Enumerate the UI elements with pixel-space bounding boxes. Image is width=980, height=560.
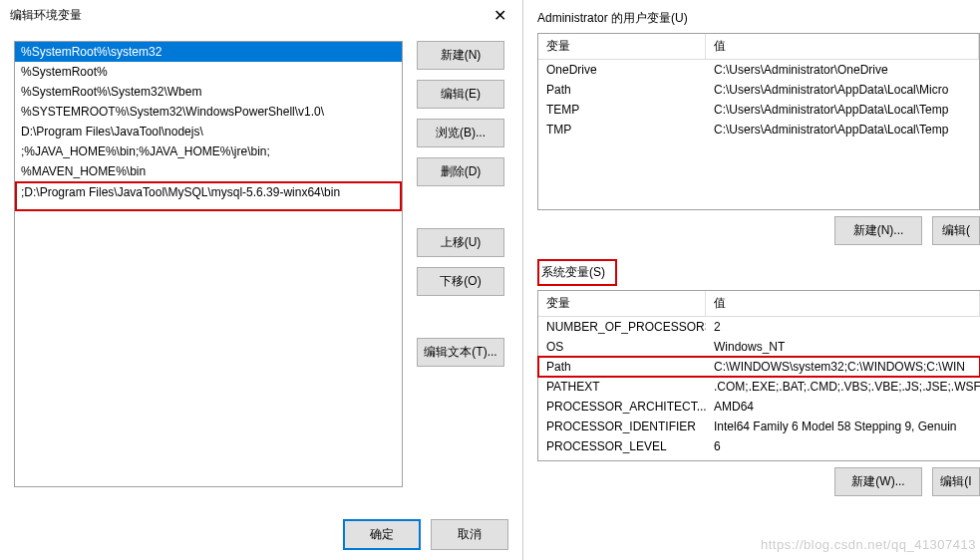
cell-value: C:\Users\Administrator\AppData\Local\Mic… xyxy=(706,80,979,100)
cell-variable: OS xyxy=(538,337,706,357)
cell-variable: PROCESSOR_IDENTIFIER xyxy=(538,417,706,436)
table-row[interactable]: NUMBER_OF_PROCESSORS2 xyxy=(538,317,980,337)
cell-variable: TEMP xyxy=(538,100,706,120)
env-vars-panel: Administrator 的用户变量(U) 变量 值 OneDriveC:\U… xyxy=(523,0,980,560)
button-column: 新建(N) 编辑(E) 浏览(B)... 删除(D) 上移(U) 下移(O) 编… xyxy=(417,41,504,487)
cell-variable: NUMBER_OF_PROCESSORS xyxy=(538,317,706,337)
list-item[interactable]: ;%JAVA_HOME%\bin;%JAVA_HOME%\jre\bin; xyxy=(15,141,402,161)
edit-button[interactable]: 编辑(E) xyxy=(417,80,504,109)
cell-variable: PATHEXT xyxy=(538,377,706,397)
table-row[interactable]: PATHEXT.COM;.EXE;.BAT;.CMD;.VBS;.VBE;.JS… xyxy=(538,377,980,397)
table-row[interactable]: TEMPC:\Users\Administrator\AppData\Local… xyxy=(538,100,979,120)
list-item[interactable]: %SYSTEMROOT%\System32\WindowsPowerShell\… xyxy=(15,102,402,122)
header-variable[interactable]: 变量 xyxy=(538,34,706,59)
dialog-header: 编辑环境变量 ✕ xyxy=(0,0,522,31)
cell-value: 2 xyxy=(706,317,980,337)
sys-button-row: 新建(W)... 编辑(I xyxy=(537,467,980,496)
header-value[interactable]: 值 xyxy=(706,34,979,59)
close-icon[interactable]: ✕ xyxy=(488,6,512,25)
sys-vars-title: 系统变量(S) xyxy=(537,259,617,286)
cell-value: 6 xyxy=(706,436,980,456)
cell-value: C:\WINDOWS\system32;C:\WINDOWS;C:\WIN xyxy=(706,357,980,377)
header-variable[interactable]: 变量 xyxy=(538,291,706,316)
table-header: 变量 值 xyxy=(538,34,979,60)
header-value[interactable]: 值 xyxy=(706,291,980,316)
list-item[interactable]: %SystemRoot% xyxy=(15,62,402,82)
move-up-button[interactable]: 上移(U) xyxy=(417,228,504,257)
table-row[interactable]: TMPC:\Users\Administrator\AppData\Local\… xyxy=(538,120,979,140)
cell-value: C:\Users\Administrator\OneDrive xyxy=(706,60,979,80)
table-header: 变量 值 xyxy=(538,291,980,317)
cell-value: .COM;.EXE;.BAT;.CMD;.VBS;.VBE;.JS;.JSE;.… xyxy=(706,377,980,397)
watermark: https://blog.csdn.net/qq_41307413 xyxy=(761,537,976,552)
list-item[interactable]: D:\Program Files\JavaTool\nodejs\ xyxy=(15,122,402,141)
cell-variable: TMP xyxy=(538,120,706,140)
new-button[interactable]: 新建(N) xyxy=(417,41,504,70)
user-edit-button[interactable]: 编辑( xyxy=(932,216,980,245)
cell-value: C:\Users\Administrator\AppData\Local\Tem… xyxy=(706,100,979,120)
cell-variable: Path xyxy=(538,80,706,100)
delete-button[interactable]: 删除(D) xyxy=(417,157,504,186)
table-row[interactable]: PathC:\WINDOWS\system32;C:\WINDOWS;C:\WI… xyxy=(538,357,980,377)
table-row[interactable]: PathC:\Users\Administrator\AppData\Local… xyxy=(538,80,979,100)
cell-value: Intel64 Family 6 Model 58 Stepping 9, Ge… xyxy=(706,417,980,436)
ok-button[interactable]: 确定 xyxy=(343,519,421,550)
cell-variable: OneDrive xyxy=(538,60,706,80)
list-item[interactable]: %SystemRoot%\System32\Wbem xyxy=(15,82,402,102)
cell-variable: PROCESSOR_ARCHITECT... xyxy=(538,397,706,417)
user-vars-title: Administrator 的用户变量(U) xyxy=(537,10,980,27)
path-list[interactable]: %SystemRoot%\system32%SystemRoot%%System… xyxy=(14,41,403,487)
cell-value: AMD64 xyxy=(706,397,980,417)
edit-env-var-dialog: 编辑环境变量 ✕ %SystemRoot%\system32%SystemRoo… xyxy=(0,0,523,560)
browse-button[interactable]: 浏览(B)... xyxy=(417,119,504,147)
cell-variable: PROCESSOR_LEVEL xyxy=(538,436,706,456)
dialog-body: %SystemRoot%\system32%SystemRoot%%System… xyxy=(0,31,522,497)
sys-vars-table[interactable]: 变量 值 NUMBER_OF_PROCESSORS2OSWindows_NTPa… xyxy=(537,290,980,461)
move-down-button[interactable]: 下移(O) xyxy=(417,267,504,296)
sys-new-button[interactable]: 新建(W)... xyxy=(834,467,922,496)
list-item[interactable]: %SystemRoot%\system32 xyxy=(15,42,402,62)
user-vars-table[interactable]: 变量 值 OneDriveC:\Users\Administrator\OneD… xyxy=(537,33,980,210)
cell-variable: Path xyxy=(538,357,706,377)
edit-text-button[interactable]: 编辑文本(T)... xyxy=(417,338,504,367)
table-row[interactable]: PROCESSOR_LEVEL6 xyxy=(538,436,980,456)
table-row[interactable]: OneDriveC:\Users\Administrator\OneDrive xyxy=(538,60,979,80)
list-item[interactable]: ;D:\Program Files\JavaTool\MySQL\mysql-5… xyxy=(15,181,402,211)
user-button-row: 新建(N)... 编辑( xyxy=(537,216,980,245)
table-row[interactable]: OSWindows_NT xyxy=(538,337,980,357)
cell-value: C:\Users\Administrator\AppData\Local\Tem… xyxy=(706,120,979,140)
cell-value: Windows_NT xyxy=(706,337,980,357)
dialog-footer: 确定 取消 xyxy=(343,519,508,550)
dialog-title: 编辑环境变量 xyxy=(10,7,82,24)
cancel-button[interactable]: 取消 xyxy=(431,519,508,550)
user-new-button[interactable]: 新建(N)... xyxy=(834,216,922,245)
list-item[interactable]: %MAVEN_HOME%\bin xyxy=(15,161,402,181)
table-row[interactable]: PROCESSOR_ARCHITECT...AMD64 xyxy=(538,397,980,417)
table-row[interactable]: PROCESSOR_IDENTIFIERIntel64 Family 6 Mod… xyxy=(538,417,980,436)
sys-edit-button[interactable]: 编辑(I xyxy=(932,467,980,496)
